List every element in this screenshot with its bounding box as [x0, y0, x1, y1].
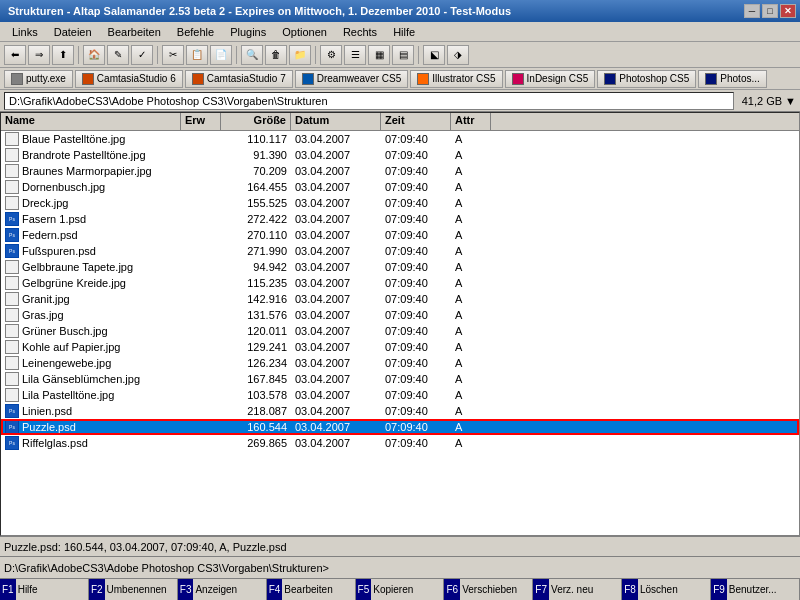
- table-row[interactable]: Lila Pastelltöne.jpg103.57803.04.200707:…: [1, 387, 799, 403]
- toolbar-btn-3[interactable]: ⬆: [52, 45, 74, 65]
- fkey-label: Verz. neu: [549, 584, 595, 595]
- fkey-f8[interactable]: F8Löschen: [622, 579, 711, 601]
- col-date-header[interactable]: Datum: [291, 113, 381, 130]
- file-name-cell: Lila Gänseblümchen.jpg: [1, 372, 181, 386]
- file-time: 07:09:40: [381, 181, 451, 193]
- menu-item-hilfe[interactable]: Hilfe: [385, 24, 423, 40]
- jpg-icon: [5, 292, 19, 306]
- file-name: Gelbbraune Tapete.jpg: [22, 261, 133, 273]
- address-input[interactable]: [4, 92, 734, 110]
- file-attr: A: [451, 261, 491, 273]
- file-date: 03.04.2007: [291, 389, 381, 401]
- table-row[interactable]: Dornenbusch.jpg164.45503.04.200707:09:40…: [1, 179, 799, 195]
- menu-item-rechts[interactable]: Rechts: [335, 24, 385, 40]
- file-name: Riffelglas.psd: [22, 437, 88, 449]
- bookmark-indesign[interactable]: InDesign CS5: [505, 70, 596, 88]
- table-row[interactable]: Brandrote Pastelltöne.jpg91.39003.04.200…: [1, 147, 799, 163]
- bookmark-camtasia7[interactable]: CamtasiaStudio 7: [185, 70, 293, 88]
- toolbar-btn-15[interactable]: ▦: [368, 45, 390, 65]
- fkey-f9[interactable]: F9Benutzer...: [711, 579, 800, 601]
- col-attr-header[interactable]: Attr: [451, 113, 491, 130]
- toolbar-btn-6[interactable]: ✓: [131, 45, 153, 65]
- table-row[interactable]: PsLinien.psd218.08703.04.200707:09:40A: [1, 403, 799, 419]
- file-name-cell: Blaue Pastelltöne.jpg: [1, 132, 181, 146]
- fkey-f7[interactable]: F7Verz. neu: [533, 579, 622, 601]
- menu-item-optionen[interactable]: Optionen: [274, 24, 335, 40]
- file-list-container[interactable]: Blaue Pastelltöne.jpg110.11703.04.200707…: [1, 131, 799, 535]
- file-name-cell: Leinengewebe.jpg: [1, 356, 181, 370]
- toolbar-btn-10[interactable]: 🔍: [241, 45, 263, 65]
- table-row[interactable]: Dreck.jpg155.52503.04.200707:09:40A: [1, 195, 799, 211]
- menu-item-dateien[interactable]: Dateien: [46, 24, 100, 40]
- menu-item-links[interactable]: Links: [4, 24, 46, 40]
- toolbar-btn-5[interactable]: ✎: [107, 45, 129, 65]
- bookmark-photos2[interactable]: Photos...: [698, 70, 766, 88]
- table-row[interactable]: Leinengewebe.jpg126.23403.04.200707:09:4…: [1, 355, 799, 371]
- bookmark-illustrator[interactable]: Illustrator CS5: [410, 70, 502, 88]
- table-row[interactable]: Granit.jpg142.91603.04.200707:09:40A: [1, 291, 799, 307]
- bookmark-dreamweaver[interactable]: Dreamweaver CS5: [295, 70, 408, 88]
- toolbar-btn-18[interactable]: ⬗: [447, 45, 469, 65]
- table-row[interactable]: Gras.jpg131.57603.04.200707:09:40A: [1, 307, 799, 323]
- toolbar-btn-11[interactable]: 🗑: [265, 45, 287, 65]
- toolbar-btn-2[interactable]: ⇒: [28, 45, 50, 65]
- menu-item-plugins[interactable]: Plugins: [222, 24, 274, 40]
- table-row[interactable]: Gelbbraune Tapete.jpg94.94203.04.200707:…: [1, 259, 799, 275]
- table-row[interactable]: PsPuzzle.psd160.54403.04.200707:09:40A: [1, 419, 799, 435]
- jpg-icon: [5, 180, 19, 194]
- file-time: 07:09:40: [381, 325, 451, 337]
- file-attr: A: [451, 229, 491, 241]
- file-name: Blaue Pastelltöne.jpg: [22, 133, 125, 145]
- toolbar-btn-1[interactable]: ⬅: [4, 45, 26, 65]
- table-row[interactable]: Grüner Busch.jpg120.01103.04.200707:09:4…: [1, 323, 799, 339]
- menu-item-bearbeiten[interactable]: Bearbeiten: [100, 24, 169, 40]
- bookmark-label: Photos...: [720, 73, 759, 84]
- table-row[interactable]: PsRiffelglas.psd269.86503.04.200707:09:4…: [1, 435, 799, 451]
- file-date: 03.04.2007: [291, 165, 381, 177]
- close-button[interactable]: ✕: [780, 4, 796, 18]
- table-row[interactable]: Blaue Pastelltöne.jpg110.11703.04.200707…: [1, 131, 799, 147]
- table-row[interactable]: Kohle auf Papier.jpg129.24103.04.200707:…: [1, 339, 799, 355]
- file-size: 70.209: [221, 165, 291, 177]
- bookmark-photoshop[interactable]: Photoshop CS5: [597, 70, 696, 88]
- table-row[interactable]: PsFußspuren.psd271.99003.04.200707:09:40…: [1, 243, 799, 259]
- minimize-button[interactable]: ─: [744, 4, 760, 18]
- bookmark-putty[interactable]: putty.exe: [4, 70, 73, 88]
- table-row[interactable]: PsFedern.psd270.11003.04.200707:09:40A: [1, 227, 799, 243]
- col-time-header[interactable]: Zeit: [381, 113, 451, 130]
- toolbar-btn-4[interactable]: 🏠: [83, 45, 105, 65]
- toolbar-btn-8[interactable]: 📋: [186, 45, 208, 65]
- toolbar-btn-16[interactable]: ▤: [392, 45, 414, 65]
- fkey-f5[interactable]: F5Kopieren: [356, 579, 445, 601]
- toolbar-btn-14[interactable]: ☰: [344, 45, 366, 65]
- file-name-cell: PsFasern 1.psd: [1, 212, 181, 226]
- file-size: 167.845: [221, 373, 291, 385]
- col-ext-header[interactable]: Erw: [181, 113, 221, 130]
- free-space: 41,2 GB ▼: [742, 95, 796, 107]
- fkey-f6[interactable]: F6Verschieben: [444, 579, 533, 601]
- table-row[interactable]: PsFasern 1.psd272.42203.04.200707:09:40A: [1, 211, 799, 227]
- col-size-header[interactable]: Größe: [221, 113, 291, 130]
- toolbar-btn-13[interactable]: ⚙: [320, 45, 342, 65]
- file-size: 103.578: [221, 389, 291, 401]
- fkey-f1[interactable]: F1Hilfe: [0, 579, 89, 601]
- toolbar-btn-9[interactable]: 📄: [210, 45, 232, 65]
- toolbar-btn-12[interactable]: 📁: [289, 45, 311, 65]
- toolbar-btn-17[interactable]: ⬕: [423, 45, 445, 65]
- fkey-f4[interactable]: F4Bearbeiten: [267, 579, 356, 601]
- fkey-f3[interactable]: F3Anzeigen: [178, 579, 267, 601]
- col-name-header[interactable]: Name: [1, 113, 181, 130]
- table-row[interactable]: Lila Gänseblümchen.jpg167.84503.04.20070…: [1, 371, 799, 387]
- menu-item-befehle[interactable]: Befehle: [169, 24, 222, 40]
- table-row[interactable]: Braunes Marmorpapier.jpg70.20903.04.2007…: [1, 163, 799, 179]
- jpg-icon: [5, 132, 19, 146]
- file-time: 07:09:40: [381, 149, 451, 161]
- table-row[interactable]: Gelbgrüne Kreide.jpg115.23503.04.200707:…: [1, 275, 799, 291]
- file-date: 03.04.2007: [291, 293, 381, 305]
- toolbar-btn-7[interactable]: ✂: [162, 45, 184, 65]
- fkey-f2[interactable]: F2Umbenennen: [89, 579, 178, 601]
- title-bar: Strukturen - Altap Salamander 2.53 beta …: [0, 0, 800, 22]
- bookmark-camtasia6[interactable]: CamtasiaStudio 6: [75, 70, 183, 88]
- maximize-button[interactable]: □: [762, 4, 778, 18]
- jpg-icon: [5, 164, 19, 178]
